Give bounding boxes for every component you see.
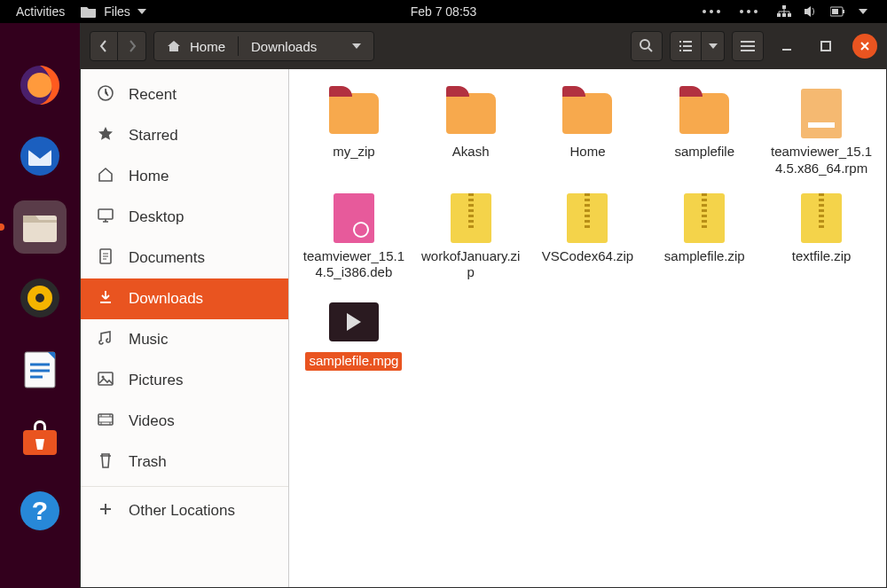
zip-icon: [451, 193, 491, 243]
home-icon: [167, 40, 181, 52]
zip-icon: [801, 193, 842, 243]
gnome-top-panel: Activities Files Feb 7 08:53: [0, 0, 887, 23]
file-label: my_zip: [333, 144, 375, 161]
sidebar-item-documents[interactable]: Documents: [81, 238, 288, 278]
network-icon: [777, 5, 791, 18]
rpm-icon: [801, 89, 842, 138]
file-label: samplefile.mpg: [305, 352, 402, 371]
file-item[interactable]: VSCodex64.zip: [532, 190, 644, 286]
breadcrumb-current[interactable]: Downloads: [251, 39, 317, 54]
app-menu-label: Files: [104, 4, 130, 19]
file-item[interactable]: Home: [532, 85, 644, 181]
file-item[interactable]: teamviewer_15.14.5_i386.deb: [298, 190, 410, 286]
svg-rect-22: [98, 209, 113, 219]
svg-rect-0: [782, 5, 786, 9]
file-item[interactable]: my_zip: [298, 85, 410, 181]
file-item[interactable]: samplefile: [648, 85, 760, 181]
recent-icon: [97, 84, 114, 106]
folder-icon: [329, 93, 379, 134]
dock-app-libreoffice-writer[interactable]: [13, 342, 67, 396]
dock-app-help[interactable]: ?: [13, 484, 67, 537]
sidebar-item-home[interactable]: Home: [81, 156, 288, 197]
clock[interactable]: Feb 7 08:53: [411, 4, 477, 19]
close-icon: [860, 41, 870, 51]
dock-app-software[interactable]: [13, 413, 67, 466]
file-label: teamviewer_15.14.5.x86_64.rpm: [769, 144, 874, 177]
view-list-button[interactable]: [670, 31, 702, 61]
video-icon: [329, 302, 379, 341]
breadcrumb-home[interactable]: Home: [190, 39, 225, 54]
app-menu[interactable]: Files: [81, 4, 146, 19]
chevron-right-icon: [128, 40, 137, 52]
sidebar-item-label: Videos: [129, 412, 175, 430]
chevron-left-icon: [99, 40, 108, 52]
file-item[interactable]: workofJanuary.zip: [415, 190, 527, 286]
sidebar-item-downloads[interactable]: Downloads: [81, 278, 288, 319]
file-item[interactable]: textfile.zip: [765, 190, 877, 286]
svg-rect-20: [821, 42, 830, 51]
sidebar-item-other[interactable]: Other Locations: [81, 490, 288, 531]
svg-point-19: [640, 40, 649, 49]
dock-app-files[interactable]: [13, 200, 67, 254]
forward-button[interactable]: [118, 31, 146, 61]
file-label: teamviewer_15.14.5_i386.deb: [302, 248, 406, 282]
dock-app-thunderbird[interactable]: [13, 129, 67, 183]
sidebar-item-label: Recent: [129, 86, 177, 104]
close-button[interactable]: [852, 34, 877, 59]
sidebar-item-music[interactable]: Music: [81, 319, 288, 360]
hamburger-menu-button[interactable]: [732, 31, 764, 61]
activities-button[interactable]: Activities: [16, 4, 65, 19]
volume-icon: [804, 5, 818, 18]
status-indicator-2[interactable]: [740, 10, 757, 13]
maximize-button[interactable]: [810, 31, 842, 61]
file-label: samplefile: [675, 144, 735, 161]
folder-icon: [81, 5, 97, 18]
hamburger-icon: [741, 41, 755, 51]
minimize-button[interactable]: [771, 31, 803, 61]
svg-point-8: [27, 73, 52, 98]
folder-icon: [446, 93, 496, 134]
headerbar: Home Downloads: [81, 23, 886, 69]
file-item[interactable]: samplefile.zip: [648, 190, 760, 286]
sidebar-item-videos[interactable]: Videos: [81, 401, 288, 442]
view-options-button[interactable]: [702, 31, 725, 61]
svg-rect-5: [843, 10, 844, 13]
file-label: textfile.zip: [792, 248, 852, 265]
zip-icon: [684, 193, 725, 243]
deb-icon: [334, 193, 374, 243]
pictures-icon: [97, 370, 114, 392]
svg-rect-3: [788, 13, 791, 17]
sidebar-item-pictures[interactable]: Pictures: [81, 360, 288, 401]
path-bar[interactable]: Home Downloads: [153, 31, 374, 61]
file-item[interactable]: teamviewer_15.14.5.x86_64.rpm: [765, 85, 877, 181]
back-button[interactable]: [90, 31, 118, 61]
videos-icon: [97, 411, 114, 433]
places-sidebar: RecentStarredHomeDesktopDocumentsDownloa…: [81, 69, 289, 587]
system-menu[interactable]: [777, 5, 867, 18]
sidebar-item-desktop[interactable]: Desktop: [81, 197, 288, 238]
other-icon: [97, 500, 114, 522]
desktop-icon: [97, 207, 114, 229]
maximize-icon: [820, 41, 831, 51]
folder-icon: [679, 93, 729, 134]
chevron-down-icon[interactable]: [352, 43, 361, 49]
sidebar-item-trash[interactable]: Trash: [81, 442, 288, 482]
minimize-icon: [781, 40, 793, 52]
svg-rect-1: [777, 13, 781, 17]
search-button[interactable]: [631, 31, 663, 61]
sidebar-item-starred[interactable]: Starred: [81, 115, 288, 156]
sidebar-item-label: Home: [129, 168, 169, 185]
file-item[interactable]: Akash: [415, 85, 527, 181]
sidebar-item-recent[interactable]: Recent: [81, 74, 288, 115]
file-label: samplefile.zip: [664, 248, 745, 265]
documents-icon: [97, 247, 114, 270]
dock-app-firefox[interactable]: [13, 59, 67, 112]
status-indicator-1[interactable]: [703, 10, 720, 13]
dock-app-rhythmbox[interactable]: [13, 271, 67, 325]
file-label: workofJanuary.zip: [419, 248, 523, 282]
sidebar-item-label: Music: [129, 331, 168, 349]
icon-view[interactable]: my_zipAkashHomesamplefileteamviewer_15.1…: [289, 69, 886, 587]
file-item[interactable]: samplefile.mpg: [298, 294, 410, 374]
zip-icon: [567, 193, 608, 243]
chevron-down-icon: [137, 9, 146, 14]
